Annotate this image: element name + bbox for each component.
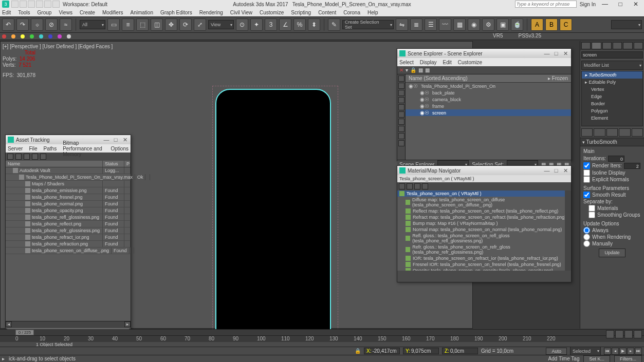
mm-tree-item[interactable]: Bump map: Map #16 ( VRayNormalMap ) <box>397 220 571 226</box>
remove-mod-button[interactable] <box>619 128 630 137</box>
filter-icon[interactable] <box>398 140 404 146</box>
signin-link[interactable]: Sign In <box>580 2 596 7</box>
mm-tree-item[interactable]: Fresnel IOR: tesla_phone_screen_on_fresn… <box>397 261 571 268</box>
mm-panel-title[interactable]: Material/Map Navigator —□✕ <box>397 166 571 175</box>
scale-button[interactable]: ⤢ <box>194 18 206 31</box>
filter-icon[interactable] <box>398 90 404 96</box>
se-menu-item[interactable]: Customize <box>458 60 482 65</box>
se-tree-item[interactable]: ◉☉ Tesla_Phone_Model_Pi_Screen_On <box>406 83 571 89</box>
z-coord[interactable]: Z:0,0cm <box>442 348 478 354</box>
tab-hierarchy[interactable] <box>602 42 612 49</box>
configure-button[interactable] <box>632 128 643 137</box>
se-tree-item[interactable]: ◉☉ camera_block <box>406 96 571 103</box>
rotate-button[interactable]: ⟳ <box>179 18 192 31</box>
asset-row[interactable]: tesla_phone_normal.pngFound <box>6 201 131 207</box>
filter-icon[interactable] <box>398 104 404 110</box>
se-tree-item[interactable]: ◉☉ frame <box>406 103 571 109</box>
light-dot-icon[interactable] <box>39 34 43 39</box>
mirror-button[interactable]: ⇋ <box>396 18 408 31</box>
menu-animation[interactable]: Animation <box>130 10 153 15</box>
x-coord[interactable]: X:-20,417cm <box>364 348 400 354</box>
next-frame-button[interactable]: ▸ <box>627 348 634 355</box>
light-dot-icon[interactable] <box>11 34 15 39</box>
goto-start-button[interactable]: ⏮ <box>604 348 611 355</box>
smooth-result-check[interactable] <box>583 192 590 198</box>
asset-tb-btn[interactable] <box>24 154 30 160</box>
se-tree-item[interactable]: ◉☉ back_plate <box>406 89 571 96</box>
filter-icon[interactable] <box>398 119 404 125</box>
asset-row[interactable]: tesla_phone_reflect.pngFound <box>6 221 131 227</box>
mod-stack-item[interactable]: ▸ Editable Poly <box>582 79 642 86</box>
tab-create[interactable] <box>581 42 591 49</box>
menu-customize[interactable]: Customize <box>260 10 284 15</box>
selection-filter[interactable]: All <box>80 20 105 29</box>
asset-menu-item[interactable]: File <box>29 146 37 151</box>
render-setup-button[interactable]: ⚙ <box>482 18 494 31</box>
update-always-radio[interactable] <box>583 227 590 234</box>
filter-icon[interactable] <box>398 97 404 103</box>
light-dot-icon[interactable] <box>30 34 34 39</box>
mm-tree-item[interactable]: Diffuse map: tesla_phone_screen_on_diffu… <box>397 197 571 208</box>
filter-icon[interactable] <box>398 126 404 132</box>
modifier-list-dropdown[interactable]: Modifier List <box>581 61 643 70</box>
render-iters-check[interactable] <box>583 162 590 169</box>
panel-close-button[interactable]: ✕ <box>121 137 128 143</box>
panel-min-button[interactable]: — <box>543 167 550 174</box>
play-button[interactable]: ▶ <box>619 348 627 355</box>
select-name-button[interactable]: ≡ <box>122 18 134 31</box>
orbit-button[interactable] <box>624 330 633 338</box>
mod-stack-item[interactable]: Element <box>582 115 642 122</box>
mod-stack-item[interactable]: ▸ TurboSmooth <box>582 71 642 79</box>
mod-stack-item[interactable]: Border <box>582 100 642 107</box>
y-coord[interactable]: Y:9,075cm <box>403 348 439 354</box>
rollout-turbosmooth[interactable]: ▾ TurboSmooth <box>580 138 644 146</box>
lock-icon[interactable]: 🔒 <box>410 67 416 73</box>
panel-close-button[interactable]: ✕ <box>562 167 569 174</box>
lock-icon[interactable]: 🔒 <box>355 348 361 354</box>
edit-selset-button[interactable]: ✎ <box>328 18 340 31</box>
render-preset-dropdown[interactable] <box>611 20 642 29</box>
render-button[interactable]: 🍵 <box>511 18 523 31</box>
iterations-spinner[interactable]: 0 <box>608 156 624 162</box>
window-crossing-button[interactable]: ◫ <box>151 18 163 31</box>
menu-rendering[interactable]: Rendering <box>199 10 223 15</box>
mm-tree-item[interactable]: IOR: tesla_phone_screen_on_refract_ior (… <box>397 255 571 261</box>
tab-display[interactable] <box>623 42 632 49</box>
asset-menu-item[interactable]: Paths <box>44 146 57 151</box>
menu-edit[interactable]: Edit <box>2 10 11 15</box>
manipulate-button[interactable]: ✦ <box>250 18 263 31</box>
object-name-field[interactable] <box>581 51 643 59</box>
close-button[interactable]: ✕ <box>630 1 642 8</box>
mm-view-btn[interactable] <box>399 183 405 189</box>
undo-button[interactable]: ↶ <box>2 18 14 31</box>
isoline-check[interactable] <box>583 169 590 176</box>
update-button[interactable]: Update <box>599 249 625 257</box>
asset-tb-btn[interactable] <box>15 154 22 160</box>
bind-button[interactable]: ≈ <box>60 18 72 31</box>
layer-button[interactable]: ☰ <box>425 18 437 31</box>
asset-tb-btn[interactable] <box>32 154 38 160</box>
panel-close-button[interactable]: ✕ <box>562 50 569 57</box>
align-button[interactable]: ≣ <box>410 18 422 31</box>
menu-corona[interactable]: Corona <box>343 10 360 15</box>
filter-icon[interactable] <box>398 75 404 82</box>
mm-tree-item[interactable]: Reflect map: tesla_phone_screen_on_refle… <box>397 208 571 214</box>
minimize-button[interactable]: — <box>599 1 611 8</box>
asset-row[interactable]: Tesla_Phone_Model_Pi_Screen_On_max_vray.… <box>6 174 131 181</box>
menu-group[interactable]: Group <box>38 10 52 15</box>
asset-row[interactable]: tesla_phone_refraction.pngFound <box>6 241 131 247</box>
named-selset-dropdown[interactable]: Create Selection Set <box>342 20 394 29</box>
filter-icon[interactable] <box>398 111 404 118</box>
sep-materials-check[interactable] <box>588 205 595 212</box>
se-menu-item[interactable]: Edit <box>443 60 452 65</box>
tab-modify[interactable] <box>592 42 601 49</box>
pivot-button[interactable]: ⊙ <box>236 18 248 31</box>
menu-modifiers[interactable]: Modifiers <box>102 10 123 15</box>
qat-undo-icon[interactable] <box>36 1 43 8</box>
angle-snap-button[interactable]: ∠ <box>279 18 291 31</box>
render-iters-spinner[interactable]: 2 <box>624 163 640 169</box>
mod-stack-item[interactable]: Polygon <box>582 107 642 115</box>
time-ruler[interactable]: 0102030405060708090100110120130140150160… <box>0 336 644 342</box>
se-tree[interactable]: Name (Sorted Ascending)▸ Frozen ◉☉ Tesla… <box>406 74 571 160</box>
menu-scripting[interactable]: Scripting <box>291 10 311 15</box>
